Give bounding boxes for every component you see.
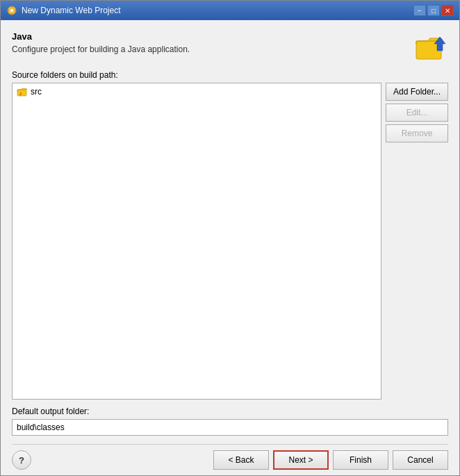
section-title: Java	[12, 31, 415, 42]
svg-point-1	[10, 9, 14, 13]
dialog-window: New Dynamic Web Project − □ ✕ Java Confi…	[0, 0, 460, 476]
footer-right: < Back Next > Finish Cancel	[213, 450, 448, 470]
help-button[interactable]: ?	[12, 450, 31, 470]
maximize-button[interactable]: □	[427, 5, 440, 16]
svg-rect-4	[8, 10, 10, 11]
remove-button[interactable]: Remove	[386, 124, 448, 142]
next-button[interactable]: Next >	[273, 450, 329, 470]
back-button[interactable]: < Back	[213, 450, 269, 470]
section-subtitle: Configure project for building a Java ap…	[12, 44, 415, 54]
window-title: New Dynamic Web Project	[22, 6, 413, 15]
output-section: Default output folder:	[12, 407, 448, 436]
output-folder-input[interactable]	[12, 419, 448, 436]
cancel-button[interactable]: Cancel	[393, 450, 448, 470]
finish-button[interactable]: Finish	[333, 450, 388, 470]
source-folders-label: Source folders on build path:	[12, 70, 448, 80]
src-item-text: src	[31, 87, 42, 97]
svg-rect-8	[17, 90, 26, 96]
dialog-content: Java Configure project for building a Ja…	[1, 20, 459, 475]
src-folder-icon: J	[17, 86, 28, 97]
add-folder-button[interactable]: Add Folder...	[386, 83, 448, 101]
title-bar: New Dynamic Web Project − □ ✕	[1, 1, 459, 20]
footer: ? < Back Next > Finish Cancel	[12, 444, 448, 470]
output-folder-label: Default output folder:	[12, 407, 448, 416]
java-icon	[415, 31, 448, 62]
header-section: Java Configure project for building a Ja…	[12, 31, 448, 62]
edit-button[interactable]: Edit...	[386, 104, 448, 122]
footer-left: ?	[12, 450, 31, 470]
source-folders-list[interactable]: J src	[12, 83, 381, 400]
window-icon	[6, 5, 17, 16]
window-controls: − □ ✕	[413, 5, 454, 16]
svg-text:J: J	[19, 92, 22, 96]
svg-rect-3	[11, 13, 13, 15]
header-text: Java Configure project for building a Ja…	[12, 31, 415, 54]
side-buttons: Add Folder... Edit... Remove	[386, 83, 448, 400]
minimize-button[interactable]: −	[413, 5, 426, 16]
close-button[interactable]: ✕	[441, 5, 454, 16]
main-area: J src Add Folder... Edit... Remove	[12, 83, 448, 400]
list-item[interactable]: J src	[14, 85, 379, 99]
svg-rect-5	[15, 10, 17, 11]
svg-rect-2	[11, 6, 13, 8]
